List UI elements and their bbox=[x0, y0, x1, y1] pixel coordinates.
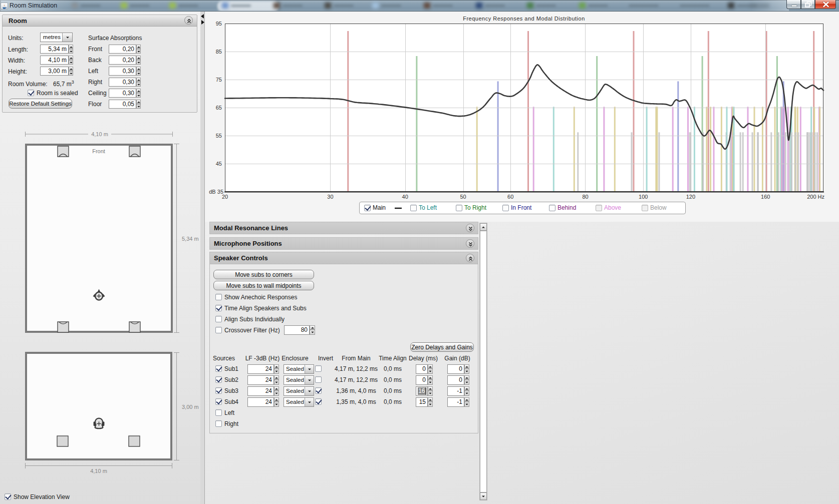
svg-text:65: 65 bbox=[216, 105, 222, 111]
svg-text:50: 50 bbox=[460, 194, 466, 200]
svg-text:Front: Front bbox=[92, 148, 105, 154]
svg-text:95: 95 bbox=[216, 21, 222, 27]
svg-text:4,10 m: 4,10 m bbox=[90, 468, 107, 474]
svg-text:75: 75 bbox=[216, 77, 222, 83]
svg-text:Frequency Responses and Modal: Frequency Responses and Modal Distributi… bbox=[463, 16, 585, 22]
svg-text:4,10 m: 4,10 m bbox=[91, 131, 108, 137]
svg-text:80: 80 bbox=[582, 194, 588, 200]
svg-text:100: 100 bbox=[639, 194, 648, 200]
svg-text:30: 30 bbox=[327, 194, 333, 200]
svg-text:3,00 m: 3,00 m bbox=[182, 404, 199, 410]
svg-text:120: 120 bbox=[686, 194, 695, 200]
svg-text:dB 35: dB 35 bbox=[209, 189, 223, 195]
svg-text:45: 45 bbox=[216, 161, 222, 167]
svg-text:60: 60 bbox=[507, 194, 513, 200]
svg-text:5,34 m: 5,34 m bbox=[182, 236, 199, 242]
svg-text:85: 85 bbox=[216, 49, 222, 55]
svg-text:55: 55 bbox=[216, 133, 222, 139]
svg-text:200 Hz: 200 Hz bbox=[807, 194, 824, 200]
svg-text:40: 40 bbox=[402, 194, 408, 200]
svg-text:160: 160 bbox=[761, 194, 770, 200]
